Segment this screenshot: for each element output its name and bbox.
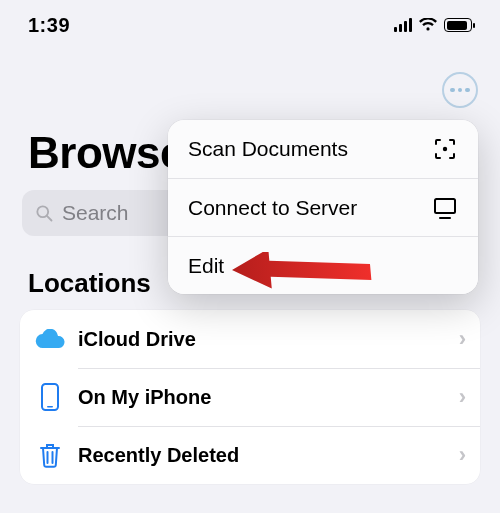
svg-line-1 bbox=[47, 216, 52, 221]
trash-icon bbox=[34, 439, 66, 471]
blank-icon bbox=[432, 253, 458, 279]
wifi-icon bbox=[418, 18, 438, 32]
files-app-browse-screen: 1:39 Browse Search Locations bbox=[0, 0, 500, 513]
ellipsis-icon bbox=[450, 88, 470, 93]
cloud-icon bbox=[34, 323, 66, 355]
svg-rect-3 bbox=[47, 406, 53, 408]
svg-rect-5 bbox=[435, 199, 455, 213]
menu-item-label: Edit bbox=[188, 254, 224, 278]
list-item-recently-deleted[interactable]: Recently Deleted › bbox=[20, 426, 480, 484]
chevron-right-icon: › bbox=[459, 442, 466, 468]
locations-list: iCloud Drive › On My iPhone › Recently D… bbox=[20, 310, 480, 484]
list-item-label: On My iPhone bbox=[78, 386, 459, 409]
list-item-on-my-iphone[interactable]: On My iPhone › bbox=[20, 368, 480, 426]
search-placeholder: Search bbox=[62, 201, 129, 225]
chevron-right-icon: › bbox=[459, 326, 466, 352]
list-item-label: Recently Deleted bbox=[78, 444, 459, 467]
cellular-icon bbox=[394, 18, 412, 32]
more-options-menu: Scan Documents Connect to Server Edit bbox=[168, 120, 478, 294]
menu-item-label: Scan Documents bbox=[188, 137, 348, 161]
more-options-button[interactable] bbox=[442, 72, 478, 108]
status-bar: 1:39 bbox=[0, 0, 500, 40]
search-icon bbox=[34, 203, 54, 223]
svg-point-4 bbox=[443, 147, 447, 151]
list-item-label: iCloud Drive bbox=[78, 328, 459, 351]
menu-item-edit[interactable]: Edit bbox=[168, 236, 478, 294]
battery-icon bbox=[444, 18, 472, 32]
list-item-icloud-drive[interactable]: iCloud Drive › bbox=[20, 310, 480, 368]
status-time: 1:39 bbox=[28, 14, 70, 37]
status-indicators bbox=[394, 18, 472, 32]
iphone-icon bbox=[34, 381, 66, 413]
menu-item-connect-to-server[interactable]: Connect to Server bbox=[168, 178, 478, 236]
menu-item-scan-documents[interactable]: Scan Documents bbox=[168, 120, 478, 178]
display-icon bbox=[432, 195, 458, 221]
section-locations-label[interactable]: Locations bbox=[28, 268, 151, 299]
chevron-right-icon: › bbox=[459, 384, 466, 410]
page-title: Browse bbox=[28, 128, 184, 178]
scan-icon bbox=[432, 136, 458, 162]
menu-item-label: Connect to Server bbox=[188, 196, 357, 220]
